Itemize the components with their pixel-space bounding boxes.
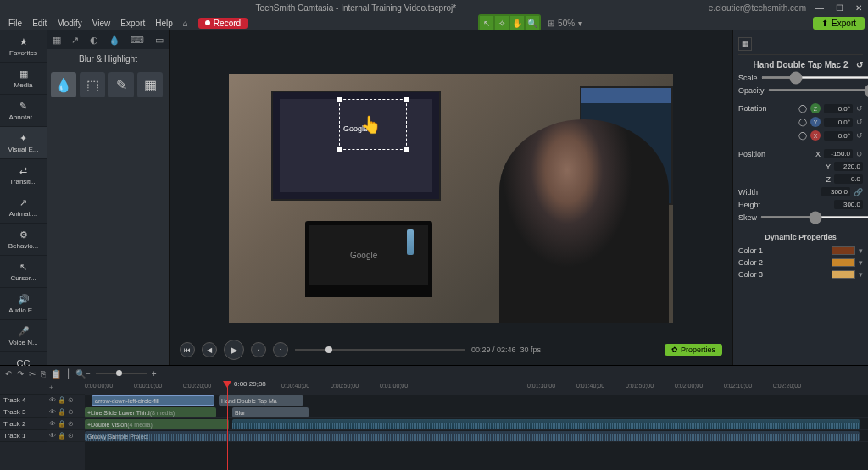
next-clip-button[interactable]: › [273, 342, 288, 357]
grid-icon[interactable]: ▦ [738, 37, 752, 51]
magnify-tool-icon[interactable]: 🔍 [526, 16, 539, 30]
clip[interactable]: + Line Slide Lower Third (8 media) [85, 407, 216, 417]
prev-clip-button[interactable]: ⏮ [180, 342, 195, 357]
rotate-ring-icon[interactable]: ◯ [798, 104, 807, 113]
resize-handle[interactable] [337, 97, 342, 102]
reset-icon[interactable]: ↺ [856, 118, 863, 126]
minimize-icon[interactable]: — [813, 3, 826, 13]
tool-tab-3[interactable]: ◐ [90, 35, 98, 46]
clip[interactable]: Blur [232, 407, 309, 417]
sidebar-visual-effects[interactable]: ✦Visual E... [0, 127, 47, 159]
tool-tab-5[interactable]: ⌨ [131, 35, 144, 46]
track-row[interactable]: Groovy Sample Project [85, 430, 868, 442]
magnet-icon[interactable]: ⊙ [68, 420, 74, 428]
position-x-value[interactable]: -150.0 [824, 149, 853, 158]
spotlight-tool[interactable]: ⬚ [80, 72, 105, 97]
clip-selected[interactable]: arrow-down-left-circle-fill [92, 395, 214, 406]
axis-z-icon[interactable]: Z [810, 103, 821, 113]
paste-icon[interactable]: 📋 [51, 369, 61, 379]
menu-view[interactable]: View [87, 19, 116, 28]
track-row[interactable]: arrow-down-left-circle-fill Hand Double … [85, 395, 868, 406]
step-back-button[interactable]: ◀ [202, 342, 217, 357]
sidebar-behaviors[interactable]: ⚙Behavio... [0, 224, 47, 256]
rotation-x-value[interactable]: 0.0° [824, 131, 853, 141]
tool-tab-4[interactable]: 💧 [108, 35, 120, 46]
timeline-zoom-slider[interactable] [96, 373, 147, 374]
resize-handle[interactable] [404, 147, 409, 152]
magnet-icon[interactable]: ⊙ [68, 396, 74, 404]
blur-tool[interactable]: 💧 [51, 72, 76, 97]
cut-icon[interactable]: ✂ [29, 369, 36, 379]
zoom-reset-icon[interactable]: ⊞ [548, 19, 554, 28]
sidebar-annotations[interactable]: ✎Annotat... [0, 95, 47, 127]
timeline-tracks[interactable]: 0:00:00;00 0:00:10;00 0:00:20;00 0:00:30… [85, 381, 868, 470]
width-value[interactable]: 300.0 [821, 187, 850, 196]
eye-icon[interactable]: 👁 [49, 420, 56, 428]
maximize-icon[interactable]: ☐ [833, 3, 846, 13]
lock-icon[interactable]: 🔒 [58, 420, 66, 428]
step-fwd-button[interactable]: ‹ [251, 342, 266, 357]
playhead[interactable] [227, 381, 228, 470]
tool-tab-1[interactable]: ▦ [53, 35, 61, 46]
menu-modify[interactable]: Modify [52, 19, 86, 28]
chevron-down-icon[interactable]: ▾ [859, 270, 863, 279]
clip[interactable]: + Double Vision (4 media) [85, 419, 229, 429]
add-track-icon[interactable]: + [49, 384, 53, 391]
track-label[interactable]: Track 4 [0, 395, 47, 406]
magnet-icon[interactable]: ⊙ [68, 432, 74, 440]
track-label[interactable]: Track 2 [0, 418, 47, 430]
track-label[interactable]: Track 3 [0, 406, 47, 418]
chevron-down-icon[interactable]: ▾ [859, 258, 863, 267]
record-button[interactable]: Record [198, 18, 248, 29]
pan-tool-icon[interactable]: ✋ [510, 16, 524, 30]
lock-icon[interactable]: 🔒 [58, 408, 66, 416]
position-z-value[interactable]: 0.0 [834, 174, 863, 184]
chevron-down-icon[interactable]: ▾ [859, 246, 863, 255]
menu-export[interactable]: Export [115, 19, 150, 28]
rotate-ring-icon[interactable]: ◯ [798, 118, 807, 126]
menu-edit[interactable]: Edit [27, 19, 52, 28]
sidebar-transitions[interactable]: ⇄Transiti... [0, 159, 47, 191]
rotate-ring-icon[interactable]: ◯ [798, 131, 807, 140]
home-icon[interactable]: ⌂ [178, 19, 193, 28]
reset-icon[interactable]: ↺ [856, 104, 863, 113]
menu-file[interactable]: File [3, 19, 27, 28]
position-y-value[interactable]: 220.0 [834, 162, 863, 171]
rotation-y-value[interactable]: 0.0° [824, 118, 853, 127]
track-row[interactable]: + Line Slide Lower Third (8 media) Blur [85, 406, 868, 418]
pixelate-tool[interactable]: ▦ [137, 72, 163, 97]
clip-audio[interactable]: Groovy Sample Project [85, 431, 860, 441]
sidebar-animations[interactable]: ↗Animati... [0, 191, 47, 224]
sidebar-audio[interactable]: 🔊Audio E... [0, 288, 47, 320]
export-button[interactable]: ⬆ Export [813, 17, 865, 30]
clip[interactable]: Hand Double Tap Ma [219, 395, 303, 406]
track-label[interactable]: Track 1 [0, 430, 47, 442]
opacity-slider[interactable] [768, 89, 868, 91]
resize-handle[interactable] [337, 147, 342, 152]
zoom-control[interactable]: ⊞ 50% ▾ [548, 19, 582, 28]
lock-icon[interactable]: 🔒 [58, 432, 66, 440]
height-value[interactable]: 300.0 [834, 200, 863, 209]
axis-y-icon[interactable]: Y [810, 117, 821, 127]
axis-x-icon[interactable]: X [810, 130, 821, 141]
lock-icon[interactable]: 🔒 [58, 396, 66, 404]
copy-icon[interactable]: ⎘ [41, 369, 46, 379]
properties-button[interactable]: ✿ Properties [665, 344, 722, 356]
chevron-down-icon[interactable]: ▾ [578, 19, 582, 28]
tool-tab-6[interactable]: ▭ [155, 35, 164, 46]
preview-canvas[interactable]: Google 👆 Google [229, 74, 673, 323]
crop-tool-icon[interactable]: ✧ [495, 16, 509, 30]
select-tool-icon[interactable]: ↖ [480, 16, 493, 30]
color-swatch[interactable] [832, 270, 855, 279]
sidebar-media[interactable]: ▦Media [0, 63, 47, 95]
magnet-icon[interactable]: ⊙ [68, 408, 74, 416]
reset-icon[interactable]: ↺ [856, 60, 863, 69]
highlight-tool[interactable]: ✎ [108, 72, 134, 97]
sidebar-favorites[interactable]: ★Favorites [0, 30, 47, 63]
track-row[interactable]: + Double Vision (4 media) [85, 418, 868, 430]
menu-help[interactable]: Help [150, 19, 178, 28]
rotation-z-value[interactable]: 0.0° [824, 104, 853, 113]
undo-icon[interactable]: ↶ [5, 369, 12, 379]
split-icon[interactable]: ⎮ [66, 369, 70, 379]
reset-icon[interactable]: ↺ [856, 150, 863, 158]
